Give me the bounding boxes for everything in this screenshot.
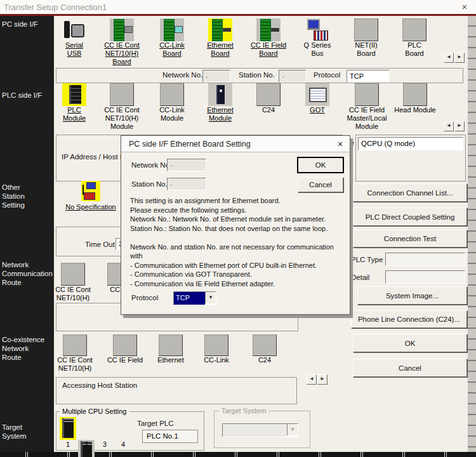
titlebar-accent-line [0, 14, 476, 16]
coexist-c24-icon [253, 334, 277, 356]
plc-if-label: Ethernet Module [207, 106, 234, 123]
coexist-label: Ethernet [157, 356, 184, 364]
ethernet-module-icon [208, 83, 232, 106]
protocol-field[interactable]: TCP [347, 70, 390, 83]
plc-if-item-ethernet-module[interactable]: Ethernet Module [196, 83, 244, 123]
system-image-button[interactable]: System Image... [357, 286, 467, 305]
coexist-item-cc-ie-field[interactable]: CC IE Field [101, 334, 149, 364]
other-station-item-no-specification[interactable]: No Specification [56, 181, 126, 211]
got-icon [305, 83, 329, 106]
cc-ie-field-master-local-icon [355, 83, 379, 106]
cpu-3-number: 3 [96, 440, 113, 449]
connection-channel-list-button[interactable]: Connection Channel List... [353, 183, 467, 202]
serial-usb-icon [62, 18, 86, 41]
no-specification-label: No Specification [65, 203, 116, 211]
plc-direct-coupled-setting-button[interactable]: PLC Direct Coupled Setting [353, 208, 467, 226]
plc-if-item-cc-ie-field-master-local[interactable]: CC IE Field Master/Local Module [342, 83, 392, 131]
dialog-station-no-field: - [167, 178, 206, 190]
dialog-station-no-label: Station No. [131, 180, 168, 188]
window-close-icon[interactable]: × [457, 1, 472, 13]
dialog-title: PC side I/F Ethernet Board Setting [129, 140, 251, 149]
target-system-group-label: Target System [219, 407, 268, 414]
pc-if-item-cc-ie-cont-board[interactable]: CC IE Cont NET/10(H) Board [98, 18, 146, 66]
connection-test-button[interactable]: Connection Test [353, 230, 467, 248]
netroute-item-cc-ie-cont[interactable]: CC IE Cont NET/10(H) [49, 263, 97, 302]
scroll-left-icon[interactable]: ◄ [307, 374, 317, 385]
head-module-icon [403, 83, 427, 106]
info-line: - Communication via GOT Transparent. [130, 270, 348, 279]
coexist-item-ethernet[interactable]: Ethernet [147, 334, 195, 364]
pc-if-item-net2-board[interactable]: NET(II) Board [342, 18, 390, 58]
cpu-1-number: 1 [60, 440, 76, 449]
plc-if-item-head-module[interactable]: Head Module [389, 83, 441, 114]
dialog-ok-button[interactable]: OK [298, 157, 343, 173]
sidebar-item-other-station-setting: Other Station Setting [0, 183, 25, 209]
q-series-bus-icon [305, 18, 329, 41]
plc-if-item-got[interactable]: GOT [293, 83, 341, 114]
scroll-right-icon[interactable]: ► [317, 374, 327, 385]
accessing-host-station-box: Accessing Host Station [56, 377, 297, 404]
pc-if-label: CC-Link Board [159, 41, 185, 58]
plc-type-label: PLC Type [351, 256, 383, 263]
coexist-scroll: ◄ ► [307, 374, 327, 385]
ok-button[interactable]: OK [353, 334, 467, 352]
scroll-left-icon[interactable]: ◄ [444, 53, 454, 63]
pc-if-item-plc-board[interactable]: PLC Board [390, 18, 439, 58]
plc-if-item-cc-ie-cont-module[interactable]: CC IE Cont NET/10(H) Module [98, 83, 146, 131]
info-line: Please execute the following settings. [130, 206, 348, 215]
scroll-right-icon[interactable]: ► [454, 121, 465, 131]
plc-if-item-cc-link-module[interactable]: CC-Link Module [148, 83, 196, 123]
window-titlebar: Transfer Setup Connection1 × [0, 0, 476, 14]
cc-link-board-icon [160, 18, 184, 41]
coexist-cc-ie-field-icon [113, 334, 137, 356]
info-line: Network No.: Network No. of Ethernet mod… [130, 215, 348, 224]
pc-if-item-ethernet-board[interactable]: Ethernet Board [196, 18, 244, 58]
cancel-button[interactable]: Cancel [353, 359, 467, 377]
scroll-right-icon[interactable]: ► [454, 53, 465, 63]
dialog-protocol-select[interactable]: TCP ▼ [173, 291, 216, 305]
protocol-selected-value: TCP [174, 292, 205, 305]
cc-link-module-icon [160, 83, 184, 106]
dialog-cancel-button[interactable]: Cancel [298, 177, 343, 192]
target-plc-field: PLC No.1 [142, 430, 198, 443]
coexist-item-cc-ie-cont[interactable]: CC IE Cont NET/10(H) [51, 334, 99, 373]
pc-if-label: CC IE Field Board [251, 41, 286, 58]
info-line: This setting is an assignment for Ethern… [130, 196, 348, 206]
coexist-ethernet-icon [159, 334, 183, 356]
pc-if-item-serial-usb[interactable]: Serial USB [50, 18, 98, 58]
plc-if-item-plc-module[interactable]: PLC Module [50, 83, 98, 123]
plc-type-field [385, 253, 465, 266]
coexist-item-c24[interactable]: C24 [241, 334, 289, 364]
station-no-label: Station No. [239, 71, 275, 79]
phone-line-connection-button[interactable]: Phone Line Connection (C24)... [351, 310, 467, 328]
cc-ie-cont-board-icon [110, 18, 134, 41]
plc-if-label: PLC Module [63, 106, 86, 123]
plc-mode-box: QCPU (Q mode) [355, 135, 466, 182]
dialog-network-no-label: Network No. [131, 161, 171, 169]
sidebar-item-plc-side-if: PLC side I/F [0, 91, 42, 100]
sidebar-item-pc-side-if: PC side I/F [0, 20, 38, 29]
plc-if-item-c24[interactable]: C24 [244, 83, 293, 114]
ethernet-board-setting-dialog: PC side I/F Ethernet Board Setting × Net… [121, 135, 350, 315]
sidebar-item-network-communication-route: Network Communication Route [0, 260, 53, 287]
pc-if-item-q-series-bus[interactable]: Q Series Bus [293, 18, 341, 58]
plc-if-scroll: ◄ ► [444, 121, 465, 131]
pc-if-item-cc-ie-field-board[interactable]: CC IE Field Board [244, 18, 293, 58]
c24-module-icon [256, 83, 281, 106]
coexist-cc-link-icon [204, 334, 228, 356]
info-line: with [130, 251, 348, 261]
sidebar-item-co-existence-network-route: Co-existence Network Route [0, 335, 44, 362]
sidebar-item-target-system: Target System [0, 423, 26, 440]
plc-mode-value-field: QCPU (Q mode) [358, 137, 463, 150]
cpu-1-icon[interactable] [60, 417, 76, 440]
ethernet-board-icon [208, 18, 232, 41]
station-no-field: - [279, 70, 307, 83]
pc-if-item-cc-link-board[interactable]: CC-Link Board [148, 18, 196, 58]
chevron-down-icon[interactable]: ▼ [205, 292, 216, 303]
dialog-close-icon[interactable]: × [334, 138, 347, 150]
dialog-network-no-field: - [167, 159, 206, 171]
scroll-left-icon[interactable]: ◄ [444, 121, 454, 131]
coexist-item-cc-link[interactable]: CC-Link [192, 334, 241, 364]
pc-if-label: PLC Board [405, 41, 423, 58]
plc-board-icon [402, 18, 426, 41]
